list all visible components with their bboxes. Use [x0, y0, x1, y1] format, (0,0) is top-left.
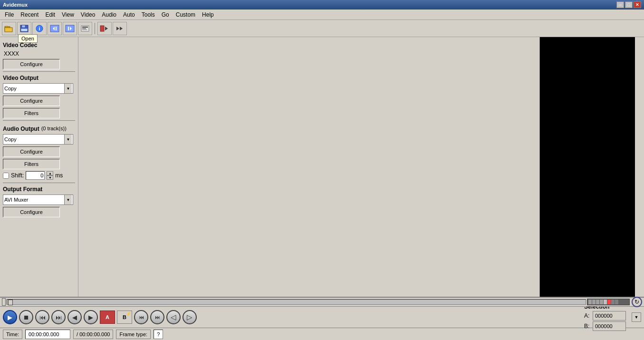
shift-checkbox[interactable] [3, 173, 9, 179]
options-small-btn[interactable]: ▼ [632, 312, 641, 322]
timeline-track[interactable] [7, 299, 586, 305]
vol-seg-7 [615, 300, 618, 304]
frame-type-label: Frame type: [116, 330, 151, 339]
fast-forward-button[interactable]: ⏭ [51, 310, 66, 324]
prev-segment-icon [50, 25, 59, 32]
svg-rect-1 [5, 28, 12, 32]
video-output-arrow: ▼ [64, 84, 72, 93]
vol-seg-red [607, 300, 611, 304]
open-file-icon [4, 24, 14, 33]
bottom-area: ↻ ▶ ⏹ ⏮ ⏭ ◀ ▶ A ⚡ B ⏮ ⏭ ◁ ▷ Selectio [0, 297, 644, 340]
menu-audio[interactable]: Audio [99, 10, 119, 19]
save-icon [19, 24, 29, 33]
menu-recent[interactable]: Recent [18, 10, 41, 19]
menu-go[interactable]: Go [159, 10, 172, 19]
close-button[interactable]: ✕ [634, 1, 641, 8]
audio-configure-btn[interactable]: Configure [3, 146, 60, 157]
rewind-to-start-button[interactable]: ⏮ [35, 310, 49, 324]
video-output-configure-btn[interactable]: Configure [3, 96, 60, 106]
prev-frame-button[interactable]: ◀ [67, 310, 82, 324]
audio-output-dropdown[interactable]: Copy ▼ [3, 134, 73, 145]
video-output-value: Copy [4, 86, 17, 91]
title-bar-buttons: ─ □ ✕ [616, 1, 641, 8]
menu-edit[interactable]: Edit [42, 10, 58, 19]
svg-rect-17 [82, 29, 87, 30]
minimize-button[interactable]: ─ [616, 1, 624, 8]
shift-label: Shift: [11, 172, 24, 179]
svg-marker-20 [116, 27, 119, 30]
goto-start-button[interactable]: ⏮ [134, 310, 148, 324]
transport-row: ▶ ⏹ ⏮ ⏭ ◀ ▶ A ⚡ B ⏮ ⏭ ◁ ▷ Selection [0, 307, 644, 328]
toolbar-info-btn[interactable]: i [32, 22, 47, 35]
menu-help[interactable]: Help [199, 10, 217, 19]
svg-rect-5 [21, 29, 28, 31]
vol-seg-6 [611, 300, 615, 304]
prev-keyframe-button[interactable]: ◁ [166, 310, 181, 324]
audio-output-arrow: ▼ [64, 135, 72, 144]
next-keyframe-button[interactable]: ▷ [183, 310, 197, 324]
mark-out-button[interactable]: ⚡ B [117, 311, 132, 324]
menu-file[interactable]: File [2, 10, 17, 19]
audio-tracks: (0 track(s)) [41, 126, 67, 131]
audio-output-value: Copy [4, 136, 17, 142]
preview-area [540, 37, 635, 305]
loop-button[interactable]: ↻ [632, 297, 642, 307]
stop-button[interactable]: ⏹ [19, 310, 33, 324]
toolbar-save-btn[interactable] [17, 22, 31, 35]
main-content: Video Codec XXXX Configure Video Output … [0, 37, 644, 340]
toolbar-properties-btn[interactable] [78, 22, 92, 35]
vol-seg-4 [600, 300, 603, 304]
svg-rect-18 [100, 26, 104, 31]
toolbar-next-seg-btn[interactable] [63, 22, 77, 35]
vol-seg-2 [592, 300, 596, 304]
menu-auto[interactable]: Auto [120, 10, 138, 19]
output-format-configure-btn[interactable]: Configure [3, 207, 60, 217]
shift-input[interactable] [26, 171, 45, 180]
output-format-label: Output Format [3, 186, 75, 193]
video-codec-label: Video Codec [3, 42, 75, 49]
timeline-left-btn[interactable] [2, 298, 6, 306]
sel-a-display: 000000 [593, 311, 626, 321]
sel-b-transport-row: B: 000000 [584, 321, 626, 331]
next-frame-button[interactable]: ▶ [84, 310, 98, 324]
duration-label: / 00:00:00.000 [73, 330, 113, 339]
toolbar-prev-seg-btn[interactable] [48, 22, 62, 35]
menu-tools[interactable]: Tools [139, 10, 158, 19]
svg-rect-4 [22, 25, 25, 28]
maximize-button[interactable]: □ [625, 1, 633, 8]
output-format-dropdown[interactable]: AVI Muxer ▼ [3, 194, 73, 205]
app-container: Avidemux ─ □ ✕ File Recent Edit View Vid… [0, 0, 644, 340]
menu-view[interactable]: View [59, 10, 77, 19]
menu-custom[interactable]: Custom [173, 10, 198, 19]
volume-segments [587, 299, 619, 305]
mark-in-button[interactable]: A [100, 311, 115, 324]
right-panel: Selection ⚙ A: B: [539, 37, 644, 340]
toolbar-open-btn[interactable] [2, 22, 16, 35]
vol-seg-5 [604, 300, 607, 304]
shift-down-btn[interactable]: ▼ [47, 175, 53, 180]
audio-filters-btn[interactable]: Filters [3, 159, 60, 169]
svg-marker-21 [120, 27, 123, 30]
info-icon: i [35, 24, 44, 33]
volume-bar [587, 299, 630, 305]
play-button[interactable]: ▶ [3, 310, 17, 324]
svg-rect-13 [68, 27, 69, 30]
timeline-thumb[interactable] [8, 300, 13, 305]
properties-icon [80, 25, 90, 32]
title-bar: Avidemux ─ □ ✕ [0, 0, 644, 10]
video-output-dropdown[interactable]: Copy ▼ [3, 83, 73, 94]
sel-a-transport-row: A: 000000 [584, 311, 626, 321]
output-format-arrow: ▼ [64, 195, 72, 204]
video-filters-btn[interactable]: Filters [3, 108, 60, 118]
svg-text:i: i [38, 26, 40, 31]
volume-display [587, 299, 630, 305]
video-codec-configure-btn[interactable]: Configure [3, 59, 60, 69]
toolbar-play-segment-btn[interactable] [97, 22, 112, 35]
goto-end-button[interactable]: ⏭ [150, 310, 164, 324]
status-bar: Time: 00:00:00.000 / 00:00:00.000 Frame … [0, 328, 644, 340]
divider1 [3, 71, 75, 72]
menu-video[interactable]: Video [78, 10, 98, 19]
toolbar-forward-btn[interactable] [113, 22, 127, 35]
audio-output-label: Audio Output [3, 126, 39, 132]
shift-up-btn[interactable]: ▲ [47, 171, 53, 175]
